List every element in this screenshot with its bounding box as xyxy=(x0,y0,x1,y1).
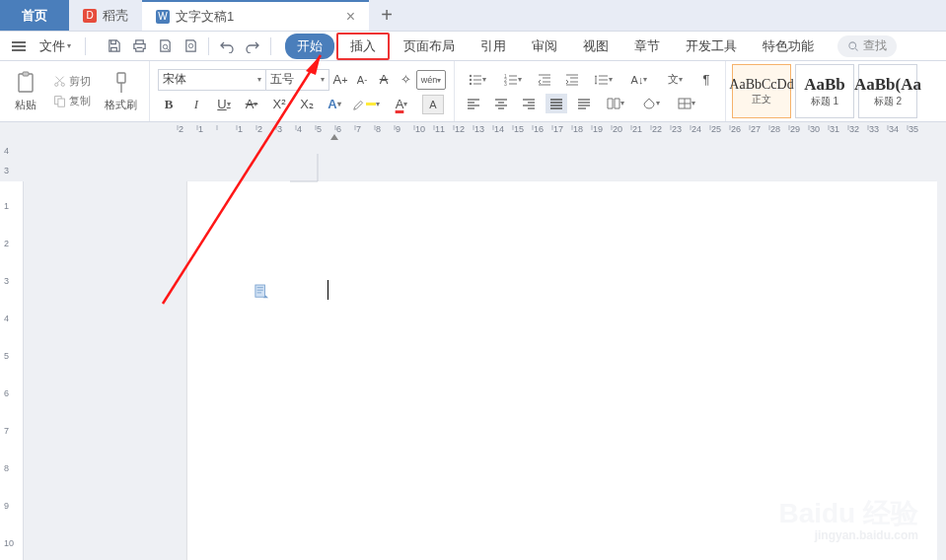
ruler-tick: 4 xyxy=(4,314,9,323)
scissors-icon xyxy=(53,75,66,88)
font-size-combo[interactable]: 五号 ▾ xyxy=(266,69,329,91)
paste-label: 粘贴 xyxy=(15,98,36,112)
svg-point-0 xyxy=(163,44,167,48)
file-menu[interactable]: 文件 ▾ xyxy=(36,37,75,55)
style-heading2[interactable]: AaBb(Aa 标题 2 xyxy=(858,64,917,118)
italic-button[interactable]: I xyxy=(185,95,207,114)
text-direction-button[interactable]: 文▾ xyxy=(660,70,690,90)
styles-gallery: AaBbCcDd 正文 AaBb 标题 1 AaBb(Aa 标题 2 xyxy=(726,61,923,121)
ruler-tick: 3 xyxy=(275,125,277,131)
save-icon[interactable] xyxy=(102,35,125,58)
ruler-tick: 35 xyxy=(907,125,909,131)
undo-icon[interactable] xyxy=(215,35,239,58)
tab-document[interactable]: W 文字文稿1 × xyxy=(142,0,369,31)
tab-devtools[interactable]: 开发工具 xyxy=(674,34,749,59)
vertical-ruler[interactable]: 4321 12345678910 xyxy=(0,142,24,560)
align-distribute-button[interactable] xyxy=(573,94,595,113)
grow-font-button[interactable]: A+ xyxy=(329,70,351,90)
ruler-tick: 34 xyxy=(887,125,889,131)
chevron-down-icon: ▾ xyxy=(321,75,325,84)
increase-indent-button[interactable] xyxy=(561,70,583,90)
chevron-down-icon: ▾ xyxy=(67,41,71,50)
ruler-tick: 27 xyxy=(749,125,751,131)
columns-button[interactable]: ▾ xyxy=(601,94,630,113)
align-right-button[interactable] xyxy=(518,94,540,113)
style-heading1[interactable]: AaBb 标题 1 xyxy=(795,64,854,118)
ruler-tick: 2 xyxy=(177,125,179,131)
char-shading-button[interactable]: A xyxy=(422,95,444,114)
align-justify-button[interactable] xyxy=(546,94,567,113)
bold-button[interactable]: B xyxy=(158,95,180,114)
redo-icon[interactable] xyxy=(241,35,264,58)
copy-button[interactable]: 复制 xyxy=(51,93,93,109)
tab-view[interactable]: 视图 xyxy=(571,34,620,59)
ruler-tick: 3 xyxy=(4,166,9,175)
highlight-button[interactable]: ▾ xyxy=(351,95,381,114)
ruler-tick: 9 xyxy=(4,501,9,511)
tab-special[interactable]: 特色功能 xyxy=(751,34,826,59)
ruler-tick: 10 xyxy=(413,125,415,131)
tab-start[interactable]: 开始 xyxy=(285,34,334,59)
tab-chapter[interactable]: 章节 xyxy=(622,34,672,59)
shrink-font-button[interactable]: A- xyxy=(351,70,373,90)
ruler-tick: 2 xyxy=(255,125,257,131)
format-painter-button[interactable]: 格式刷 xyxy=(101,68,141,114)
shading-button[interactable]: ▾ xyxy=(636,94,666,113)
text-effects-button[interactable]: A▾ xyxy=(324,95,345,114)
font-name-combo[interactable]: 宋体 ▾ xyxy=(158,69,266,91)
export-pdf-icon[interactable] xyxy=(179,35,202,58)
show-marks-button[interactable]: ¶ xyxy=(695,70,717,90)
phonetic-guide-button[interactable]: wén▾ xyxy=(416,70,446,90)
ruler-tick: 17 xyxy=(551,125,553,131)
decrease-indent-button[interactable] xyxy=(534,70,555,90)
svg-point-11 xyxy=(470,78,472,80)
sort-button[interactable]: A↓▾ xyxy=(624,70,654,90)
subscript-button[interactable]: X₂ xyxy=(296,95,318,114)
tab-label: 文字文稿1 xyxy=(176,8,234,26)
search-box[interactable]: 查找 xyxy=(837,35,897,57)
menubar-left: 文件 ▾ xyxy=(8,35,275,58)
align-center-button[interactable] xyxy=(490,94,512,113)
workspace: 2112345678910111213141516171819202122232… xyxy=(0,122,946,560)
paragraph-group: ▾ 123▾ ▾ A↓▾ 文▾ ¶ ▾ ▾ ▾ xyxy=(455,61,726,121)
underline-button[interactable]: U▾ xyxy=(213,95,235,114)
numbering-button[interactable]: 123▾ xyxy=(498,70,528,90)
ruler-tick: 26 xyxy=(729,125,731,131)
line-spacing-button[interactable]: ▾ xyxy=(589,70,619,90)
print-icon[interactable] xyxy=(127,35,151,58)
ruler-tick: 5 xyxy=(315,125,317,131)
tab-docer[interactable]: D 稻壳 xyxy=(69,0,142,31)
ruler-tick: 16 xyxy=(532,125,534,131)
strike-button[interactable]: A▾ xyxy=(241,95,262,114)
bullets-button[interactable]: ▾ xyxy=(463,70,492,90)
close-icon[interactable]: × xyxy=(340,8,361,26)
style-normal[interactable]: AaBbCcDd 正文 xyxy=(732,64,791,118)
font-color-button[interactable]: A▾ xyxy=(387,95,416,114)
copy-icon xyxy=(53,95,66,107)
print-preview-icon[interactable] xyxy=(153,35,177,58)
horizontal-ruler[interactable]: 2112345678910111213141516171819202122232… xyxy=(24,122,946,142)
paragraph-hint-icon[interactable] xyxy=(255,284,268,300)
tab-home[interactable]: 首页 xyxy=(0,0,69,31)
cut-button[interactable]: 剪切 xyxy=(51,73,93,90)
tab-review[interactable]: 审阅 xyxy=(520,34,569,59)
ruler-tick: 1 xyxy=(196,125,198,131)
first-line-indent-marker[interactable] xyxy=(330,132,338,140)
tab-insert[interactable]: 插入 xyxy=(336,33,390,60)
tab-references[interactable]: 引用 xyxy=(469,34,518,59)
document-page[interactable] xyxy=(187,181,937,560)
ruler-tick: 7 xyxy=(354,125,356,131)
cut-label: 剪切 xyxy=(69,74,91,89)
ribbon: 粘贴 剪切 复制 格式刷 宋体 ▾ 五号 ▾ xyxy=(0,61,946,122)
tab-page-layout[interactable]: 页面布局 xyxy=(392,34,467,59)
borders-button[interactable]: ▾ xyxy=(672,94,701,113)
file-label: 文件 xyxy=(39,37,65,55)
hamburger-icon[interactable] xyxy=(8,39,30,53)
paste-button[interactable]: 粘贴 xyxy=(8,68,43,114)
superscript-button[interactable]: X² xyxy=(268,95,290,114)
clear-format-button[interactable]: A xyxy=(373,70,395,90)
brush-icon xyxy=(108,70,135,96)
align-left-button[interactable] xyxy=(463,94,484,113)
change-case-button[interactable]: ✧ xyxy=(395,70,416,90)
new-tab-button[interactable]: + xyxy=(369,0,404,31)
